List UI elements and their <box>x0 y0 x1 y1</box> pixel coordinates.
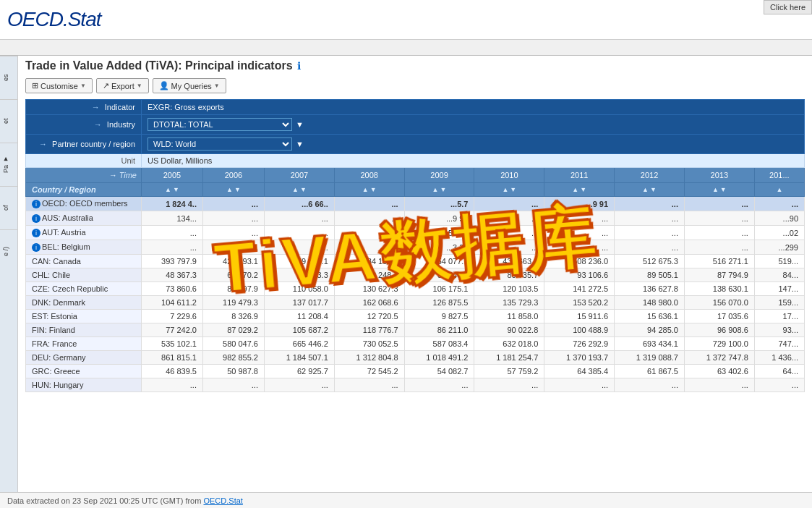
data-cell: ... <box>754 197 804 211</box>
panel-item-1[interactable]: es <box>0 56 17 99</box>
panel-item-3[interactable]: Pa ▼ <box>0 143 17 186</box>
data-cell: ...21 <box>202 240 264 255</box>
sort-2010[interactable]: ▲▼ <box>474 183 544 197</box>
country-name: CHL: Chile <box>32 271 70 279</box>
partner-value[interactable]: WLD: World ▼ <box>142 135 805 154</box>
partner-label: → Partner country / region <box>26 135 142 154</box>
footer-link[interactable]: OECD.Stat <box>203 496 242 505</box>
data-cell: 159... <box>754 296 804 310</box>
data-cell: ... <box>684 197 754 211</box>
top-bar: OECD.Stat Click here <box>0 0 812 40</box>
export-button[interactable]: ↗ Export ▼ <box>96 78 149 93</box>
panel-item-5[interactable]: e /) <box>0 229 17 273</box>
data-cell: 9 827.5 <box>404 310 474 323</box>
customise-button[interactable]: ⊞ Customise ▼ <box>25 78 93 93</box>
panel-item-2[interactable]: et <box>0 99 17 143</box>
panel-item-4[interactable]: of <box>0 186 17 229</box>
country-cell: FIN: Finland <box>26 323 142 337</box>
data-cell: 126 875.5 <box>404 296 474 310</box>
data-cell: 1 018 491.2 <box>404 351 474 365</box>
data-cell: 105 687.2 <box>264 323 334 337</box>
data-cell: 8 326.9 <box>202 310 264 323</box>
data-cell: ... <box>334 378 404 392</box>
data-cell: 118 776.7 <box>334 323 404 337</box>
country-cell: CZE: Czech Republic <box>26 282 142 296</box>
sort-2013[interactable]: ▲▼ <box>684 183 754 197</box>
info-dot[interactable]: i <box>32 229 40 237</box>
industry-label: → Industry <box>26 115 142 135</box>
data-cell: ... <box>544 211 615 226</box>
click-here-button[interactable]: Click here <box>764 0 812 14</box>
partner-select[interactable]: WLD: World <box>148 137 292 151</box>
sort-2009[interactable]: ▲▼ <box>404 183 474 197</box>
data-cell: 64... <box>754 365 804 378</box>
info-dot[interactable]: i <box>32 214 40 223</box>
data-cell: ... <box>142 240 203 255</box>
data-cell: 93... <box>754 323 804 337</box>
industry-dropdown-arrow: ▼ <box>296 120 304 129</box>
year-2005: 2005 <box>142 168 203 183</box>
data-cell: ... <box>474 197 544 211</box>
year-2010: 2010 <box>474 168 544 183</box>
industry-value[interactable]: DTOTAL: TOTAL ▼ <box>142 115 805 135</box>
time-label: → Time <box>26 168 142 183</box>
country-name: GRC: Greece <box>32 367 80 376</box>
left-panel: es et Pa ▼ of e /) <box>0 56 18 508</box>
data-cell: 516 271.1 <box>684 255 754 268</box>
data-cell: 425 193.1 <box>202 255 264 268</box>
sort-2011[interactable]: ▲▼ <box>544 183 615 197</box>
table-row: iAUS: Australia134...............9 95...… <box>26 211 805 226</box>
data-cell: 48 367.3 <box>142 268 203 282</box>
sort-2007[interactable]: ▲▼ <box>264 183 334 197</box>
country-cell: FRA: France <box>26 337 142 351</box>
sort-2012[interactable]: ▲▼ <box>615 183 685 197</box>
data-cell: 747... <box>754 337 804 351</box>
data-cell: 57 759.2 <box>474 365 544 378</box>
data-cell: ... <box>474 211 544 226</box>
data-cell: 106 175.1 <box>404 282 474 296</box>
data-cell: ... <box>474 378 544 392</box>
sort-2006[interactable]: ▲▼ <box>202 183 264 197</box>
country-name: BEL: Belgium <box>42 242 90 251</box>
sort-2014[interactable]: ▲ <box>754 183 804 197</box>
info-dot[interactable]: i <box>32 200 40 208</box>
year-2008: 2008 <box>334 168 404 183</box>
data-cell: 519... <box>754 255 804 268</box>
data-cell: ...90 <box>754 211 804 226</box>
customise-label: Customise <box>40 82 78 90</box>
data-cell: 726 292.9 <box>544 337 615 351</box>
info-icon[interactable]: ℹ <box>297 60 301 72</box>
country-name: CAN: Canada <box>32 257 81 266</box>
data-cell: 147... <box>754 282 804 296</box>
industry-select[interactable]: DTOTAL: TOTAL <box>148 118 292 131</box>
logo: OECD.Stat <box>7 8 101 31</box>
partner-dropdown-arrow: ▼ <box>296 140 304 148</box>
unit-row: Unit US Dollar, Millions <box>26 154 805 168</box>
sort-row: Country / Region ▲▼ ▲▼ ▲▼ ▲▼ ▲▼ ▲▼ ▲▼ ▲▼… <box>26 183 805 197</box>
data-cell: 135 729.3 <box>474 296 544 310</box>
data-cell: 63 402.6 <box>684 365 754 378</box>
sort-up-2005[interactable]: ▲ <box>165 186 171 193</box>
export-icon: ↗ <box>103 81 109 90</box>
country-cell: HUN: Hungary <box>26 378 142 392</box>
data-cell: ... <box>615 240 685 255</box>
table-container[interactable]: → Indicator EXGR: Gross exports → Indust… <box>25 99 805 392</box>
data-cell: 86 211.0 <box>404 323 474 337</box>
sort-2005[interactable]: ▲▼ <box>142 183 203 197</box>
sort-2008[interactable]: ▲▼ <box>334 183 404 197</box>
data-cell: 72 545.2 <box>334 365 404 378</box>
page-title: Trade in Value Added (TiVA): Principal i… <box>25 59 293 72</box>
data-cell: 632 018.0 <box>474 337 544 351</box>
data-cell: 15 911.6 <box>544 310 615 323</box>
unit-value: US Dollar, Millions <box>142 154 805 168</box>
data-cell: ...5.7 <box>404 197 474 211</box>
data-cell: 110 058.0 <box>264 282 334 296</box>
year-2013: 2013 <box>684 168 754 183</box>
customise-icon: ⊞ <box>32 81 38 90</box>
data-cell: 93 106.6 <box>544 268 615 282</box>
info-dot[interactable]: i <box>32 243 40 252</box>
sort-down-2005[interactable]: ▼ <box>173 186 179 193</box>
data-cell: 80 735.7 <box>474 268 544 282</box>
year-2011: 2011 <box>544 168 615 183</box>
myqueries-button[interactable]: 👤 My Queries ▼ <box>153 78 226 93</box>
